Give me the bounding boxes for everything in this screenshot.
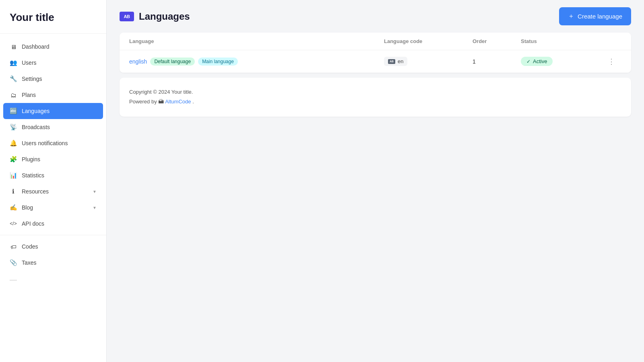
- header-left: AB Languages: [120, 11, 190, 22]
- checkmark-icon: ✓: [526, 59, 530, 64]
- sidebar-item-languages[interactable]: 🔤 Languages: [3, 103, 103, 119]
- sidebar-item-label: Plugins: [22, 156, 97, 162]
- language-code-cell: AB en: [384, 57, 473, 66]
- sidebar-item-label: API docs: [22, 220, 97, 227]
- copyright-text: Copyright © 2024 Your title.: [129, 89, 193, 95]
- app-title: Your title: [0, 0, 106, 34]
- row-actions-button[interactable]: ⋮: [601, 57, 621, 66]
- sidebar-item-label: Resources: [22, 188, 88, 195]
- resources-icon: ℹ: [10, 188, 17, 195]
- sidebar-nav: 🖥 Dashboard 👥 Users 🔧 Settings 🗂 Plans 🔤…: [0, 34, 106, 362]
- plus-icon: ＋: [568, 12, 574, 21]
- languages-icon: 🔤: [10, 107, 17, 115]
- chevron-down-icon: ▼: [93, 206, 97, 210]
- col-order: Order: [473, 38, 521, 44]
- sidebar-item-resources[interactable]: ℹ Resources ▼: [0, 183, 106, 200]
- sidebar-item-statistics[interactable]: 📊 Statistics: [0, 167, 106, 183]
- sidebar-item-label: Taxes: [22, 259, 97, 266]
- sidebar-divider: [0, 235, 106, 235]
- powered-by-text: Powered by: [129, 99, 157, 105]
- col-language-code: Language code: [384, 38, 473, 44]
- sidebar-item-taxes[interactable]: 📎 Taxes: [0, 255, 106, 271]
- altum-icon: 🏔: [158, 97, 164, 107]
- settings-icon: 🔧: [10, 75, 17, 82]
- sidebar-item-broadcasts[interactable]: 📡 Broadcasts: [0, 119, 106, 135]
- languages-table: Language Language code Order Status engl…: [120, 33, 631, 73]
- status-text: Active: [533, 58, 547, 64]
- footer-copyright: Copyright © 2024 Your title.: [129, 87, 621, 97]
- sidebar-item-users-notifications[interactable]: 🔔 Users notifications: [0, 135, 106, 151]
- sidebar-item-label: Statistics: [22, 172, 97, 179]
- users-icon: 👥: [10, 59, 17, 66]
- sidebar-item-dashboard[interactable]: 🖥 Dashboard: [0, 39, 106, 55]
- sidebar: Your title 🖥 Dashboard 👥 Users 🔧 Setting…: [0, 0, 107, 362]
- sidebar-item-label: Settings: [22, 76, 97, 82]
- blog-icon: ✍: [10, 204, 17, 211]
- footer: Copyright © 2024 Your title. Powered by …: [120, 78, 631, 117]
- api-docs-icon: </>: [10, 220, 17, 227]
- main-content: AB Languages ＋ Create language Language …: [107, 0, 644, 362]
- language-name-cell: english Default language Main language: [129, 58, 384, 66]
- sidebar-item-label: Codes: [22, 243, 97, 250]
- sidebar-item-label: Plans: [22, 92, 97, 98]
- chevron-down-icon: ▼: [93, 189, 97, 194]
- statistics-icon: 📊: [10, 172, 17, 179]
- sidebar-item-users[interactable]: 👥 Users: [0, 55, 106, 71]
- sidebar-item-label: Dashboard: [22, 43, 97, 50]
- footer-powered-by: Powered by 🏔 AltumCode .: [129, 97, 621, 107]
- dashboard-icon: 🖥: [10, 43, 17, 50]
- language-code-text: en: [398, 58, 403, 64]
- sidebar-item-codes[interactable]: 🏷 Codes: [0, 239, 106, 255]
- col-actions: [601, 38, 621, 44]
- sidebar-item-plugins[interactable]: 🧩 Plugins: [0, 151, 106, 167]
- sidebar-item-label: Users: [22, 60, 97, 66]
- order-cell: 1: [473, 58, 521, 65]
- sidebar-item-plans[interactable]: 🗂 Plans: [0, 87, 106, 103]
- language-code-icon: AB: [388, 59, 395, 64]
- col-language: Language: [129, 38, 384, 44]
- default-language-badge: Default language: [150, 58, 195, 66]
- plans-icon: 🗂: [10, 91, 17, 99]
- footer-period: .: [192, 99, 194, 105]
- sidebar-item-blog[interactable]: ✍ Blog ▼: [0, 200, 106, 216]
- sidebar-item-settings[interactable]: 🔧 Settings: [0, 71, 106, 87]
- create-language-label: Create language: [578, 13, 622, 20]
- sidebar-item-api-docs[interactable]: </> API docs: [0, 216, 106, 232]
- language-name[interactable]: english: [129, 58, 147, 65]
- broadcasts-icon: 📡: [10, 123, 17, 131]
- table-row: english Default language Main language A…: [120, 50, 631, 73]
- status-badge: ✓ Active: [521, 57, 553, 66]
- sidebar-item-label: Users notifications: [22, 140, 97, 146]
- create-language-button[interactable]: ＋ Create language: [559, 7, 631, 25]
- language-code: AB en: [384, 57, 407, 66]
- col-status: Status: [521, 38, 601, 44]
- taxes-icon: 📎: [10, 259, 17, 266]
- sidebar-item-label: Broadcasts: [22, 124, 97, 130]
- page-icon: AB: [120, 12, 134, 21]
- sidebar-item-label: Languages: [22, 108, 97, 114]
- plugins-icon: 🧩: [10, 156, 17, 163]
- table-header: Language Language code Order Status: [120, 33, 631, 50]
- altum-link[interactable]: AltumCode: [165, 99, 191, 105]
- notifications-icon: 🔔: [10, 140, 17, 147]
- page-title: Languages: [139, 11, 190, 22]
- main-header: AB Languages ＋ Create language: [107, 0, 644, 33]
- codes-icon: 🏷: [10, 243, 17, 250]
- sidebar-item-label: Blog: [22, 204, 88, 211]
- status-cell: ✓ Active: [521, 57, 601, 66]
- main-language-badge: Main language: [198, 58, 238, 66]
